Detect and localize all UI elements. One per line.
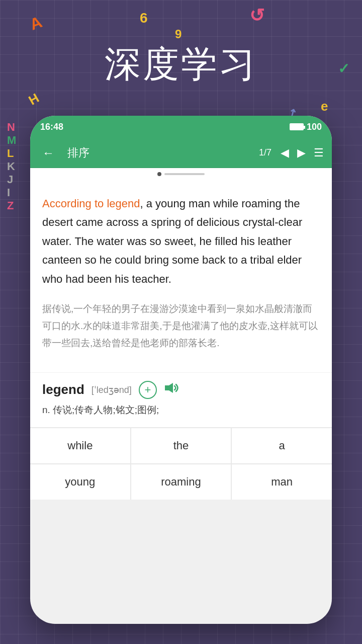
- word-section: legend [ˈledʒənd] + n. 传说;传奇人物;铭文;图例;: [30, 372, 332, 428]
- battery-indicator: 100: [290, 122, 322, 132]
- deco-letter-q: ↺: [249, 5, 264, 26]
- deco-letter-9: 9: [175, 27, 182, 41]
- word-choice-grid: while the a young roaming man: [30, 427, 332, 500]
- menu-button[interactable]: ☰: [314, 146, 324, 159]
- main-content: According to legend, a young man while r…: [30, 180, 332, 372]
- battery-icon: [290, 123, 304, 130]
- battery-level: 100: [307, 122, 322, 132]
- svg-marker-0: [165, 383, 173, 393]
- word-cell-roaming[interactable]: roaming: [131, 464, 231, 500]
- deco-letter-e: e: [321, 99, 328, 114]
- deco-letter-a: A: [27, 13, 44, 34]
- word-phonetic: [ˈledʒənd]: [92, 384, 132, 395]
- back-button[interactable]: ←: [38, 142, 58, 164]
- body-text: , a young man while roaming the desert c…: [42, 197, 302, 285]
- word-cell-while[interactable]: while: [30, 428, 130, 463]
- audio-button[interactable]: [164, 382, 179, 397]
- word-row: legend [ˈledʒənd] +: [42, 381, 320, 399]
- next-button[interactable]: ▶: [297, 146, 306, 159]
- deco-letter-h: H: [26, 90, 42, 108]
- english-paragraph: According to legend, a young man while r…: [42, 194, 320, 288]
- deco-letter-6: 6: [140, 10, 148, 26]
- page-title: 深度学习: [0, 40, 362, 89]
- word-cell-a[interactable]: a: [232, 428, 332, 463]
- word-cell-young[interactable]: young: [30, 464, 130, 500]
- add-word-button[interactable]: +: [139, 381, 157, 399]
- word-definition: n. 传说;传奇人物;铭文;图例;: [42, 403, 320, 418]
- toolbar-progress: 1/7: [259, 147, 272, 158]
- dot-active: [157, 172, 161, 176]
- deco-left-letters: N M L K J I Z: [7, 121, 16, 212]
- word-main: legend: [42, 382, 84, 397]
- dot-line: [164, 173, 205, 175]
- toolbar: ← 排序 1/7 ◀ ▶ ☰: [30, 138, 332, 168]
- dots-indicator: [30, 168, 332, 180]
- word-cell-man[interactable]: man: [232, 464, 332, 500]
- status-bar: 16:48 100: [30, 116, 332, 138]
- status-time: 16:48: [40, 122, 63, 132]
- word-cell-the[interactable]: the: [131, 428, 231, 463]
- prev-button[interactable]: ◀: [281, 146, 289, 159]
- chinese-paragraph: 据传说,一个年轻的男子在漫游沙漠途中看到一泉如水晶般清澈而可口的水.水的味道非常…: [42, 300, 320, 352]
- toolbar-title: 排序: [67, 145, 254, 160]
- highlight-text: According to legend: [42, 197, 140, 210]
- toolbar-icons: ◀ ▶ ☰: [281, 146, 324, 159]
- phone-mockup: 16:48 100 ← 排序 1/7 ◀ ▶ ☰ According to le…: [30, 116, 332, 624]
